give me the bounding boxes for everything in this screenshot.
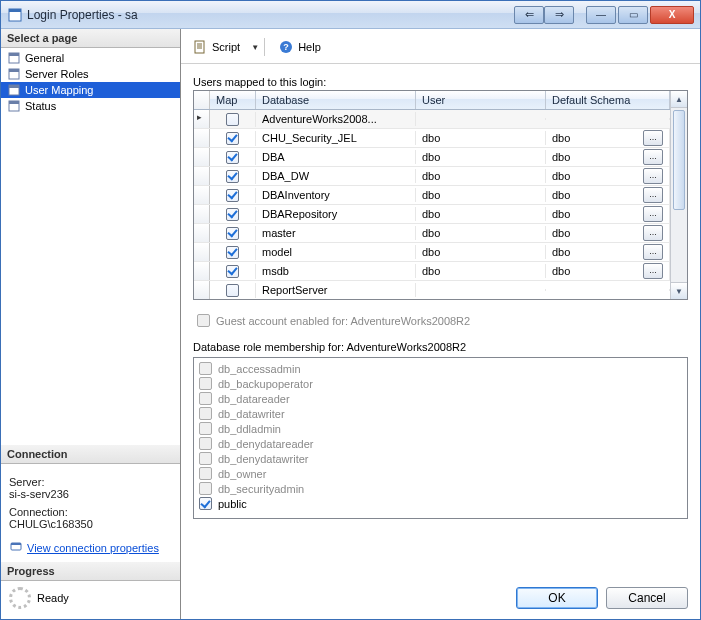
database-cell: AdventureWorks2008... [256,112,416,126]
map-cell [210,112,256,127]
map-checkbox[interactable] [226,265,239,278]
toolbar: Script ▼ ? Help [181,29,700,64]
table-row[interactable]: msdbdbodbo... [194,262,670,281]
sidebar-item-label: User Mapping [25,84,93,96]
nav-next-button[interactable]: ⇒ [544,6,574,24]
view-connection-properties-link[interactable]: View connection properties [27,542,159,554]
table-row[interactable]: masterdbodbo... [194,224,670,243]
column-header-map[interactable]: Map [210,91,256,109]
row-header [194,205,210,223]
map-checkbox[interactable] [226,227,239,240]
schema-browse-button[interactable]: ... [643,225,663,241]
svg-rect-1 [9,9,21,12]
script-dropdown-arrow[interactable]: ▼ [249,43,256,52]
user-cell: dbo [416,245,546,259]
table-row[interactable]: AdventureWorks2008... [194,110,670,129]
guest-enabled-label: Guest account enabled for: AdventureWork… [216,315,470,327]
sidebar-item-user-mapping[interactable]: User Mapping [1,82,180,98]
grid-scrollbar[interactable]: ▲ ▼ [670,91,687,299]
map-checkbox[interactable] [226,170,239,183]
row-header [194,186,210,204]
role-checkbox [199,482,212,495]
roles-list: db_accessadmindb_backupoperatordb_datare… [193,357,688,519]
role-label: db_backupoperator [218,378,313,390]
toolbar-separator [264,38,265,56]
column-header-schema[interactable]: Default Schema [546,91,670,109]
map-checkbox[interactable] [226,113,239,126]
map-cell [210,131,256,146]
role-label: db_denydatareader [218,438,313,450]
database-cell: msdb [256,264,416,278]
window-title: Login Properties - sa [27,8,138,22]
map-checkbox[interactable] [226,151,239,164]
schema-browse-button[interactable]: ... [643,244,663,260]
table-row[interactable]: CHU_Security_JELdbodbo... [194,129,670,148]
connection-icon [9,540,23,556]
column-header-database[interactable]: Database [256,91,416,109]
map-cell [210,169,256,184]
role-checkbox [199,362,212,375]
role-checkbox[interactable] [199,497,212,510]
table-row[interactable]: DBAdbodbo... [194,148,670,167]
column-header-user[interactable]: User [416,91,546,109]
table-row[interactable]: modeldbodbo... [194,243,670,262]
sidebar-item-label: Status [25,100,56,112]
map-checkbox[interactable] [226,208,239,221]
role-item: db_accessadmin [199,361,682,376]
row-header [194,243,210,261]
database-cell: model [256,245,416,259]
map-checkbox[interactable] [226,189,239,202]
scroll-up-arrow[interactable]: ▲ [671,91,687,108]
page-list: GeneralServer RolesUser MappingStatus [1,48,180,116]
schema-browse-button[interactable]: ... [643,263,663,279]
schema-cell: dbo... [546,224,670,242]
sidebar-item-server-roles[interactable]: Server Roles [1,66,180,82]
table-row[interactable]: DBARepositorydbodbo... [194,205,670,224]
progress-text: Ready [37,592,69,604]
schema-browse-button[interactable]: ... [643,130,663,146]
close-button[interactable]: X [650,6,694,24]
schema-browse-button[interactable]: ... [643,149,663,165]
script-button[interactable]: Script [187,37,245,57]
schema-cell: dbo... [546,129,670,147]
map-cell [210,226,256,241]
guest-enabled-checkbox [197,314,210,327]
schema-cell: dbo... [546,148,670,166]
role-item[interactable]: public [199,496,682,511]
map-checkbox[interactable] [226,132,239,145]
map-checkbox[interactable] [226,246,239,259]
sidebar-item-status[interactable]: Status [1,98,180,114]
role-label: public [218,498,247,510]
role-label: db_ddladmin [218,423,281,435]
nav-prev-button[interactable]: ⇐ [514,6,544,24]
scroll-down-arrow[interactable]: ▼ [671,282,687,299]
role-label: db_datareader [218,393,290,405]
help-button[interactable]: ? Help [273,37,326,57]
roles-label: Database role membership for: AdventureW… [193,341,688,353]
database-cell: master [256,226,416,240]
table-row[interactable]: DBAInventorydbodbo... [194,186,670,205]
scroll-thumb[interactable] [673,110,685,210]
titlebar[interactable]: Login Properties - sa ⇐ ⇒ — ▭ X [1,1,700,29]
cancel-button[interactable]: Cancel [606,587,688,609]
table-row[interactable]: ReportServer [194,281,670,299]
role-checkbox [199,407,212,420]
table-row[interactable]: DBA_DWdbodbo... [194,167,670,186]
row-header [194,167,210,185]
schema-browse-button[interactable]: ... [643,187,663,203]
users-mapped-label: Users mapped to this login: [193,76,688,88]
page-icon [7,83,21,97]
user-mapping-grid: Map Database User Default Schema Adventu… [193,90,688,300]
minimize-button[interactable]: — [586,6,616,24]
role-checkbox [199,467,212,480]
user-cell: dbo [416,131,546,145]
schema-cell: dbo... [546,262,670,280]
map-checkbox[interactable] [226,284,239,297]
sidebar-item-general[interactable]: General [1,50,180,66]
schema-browse-button[interactable]: ... [643,168,663,184]
role-item: db_datareader [199,391,682,406]
role-item: db_owner [199,466,682,481]
schema-browse-button[interactable]: ... [643,206,663,222]
ok-button[interactable]: OK [516,587,598,609]
maximize-button[interactable]: ▭ [618,6,648,24]
